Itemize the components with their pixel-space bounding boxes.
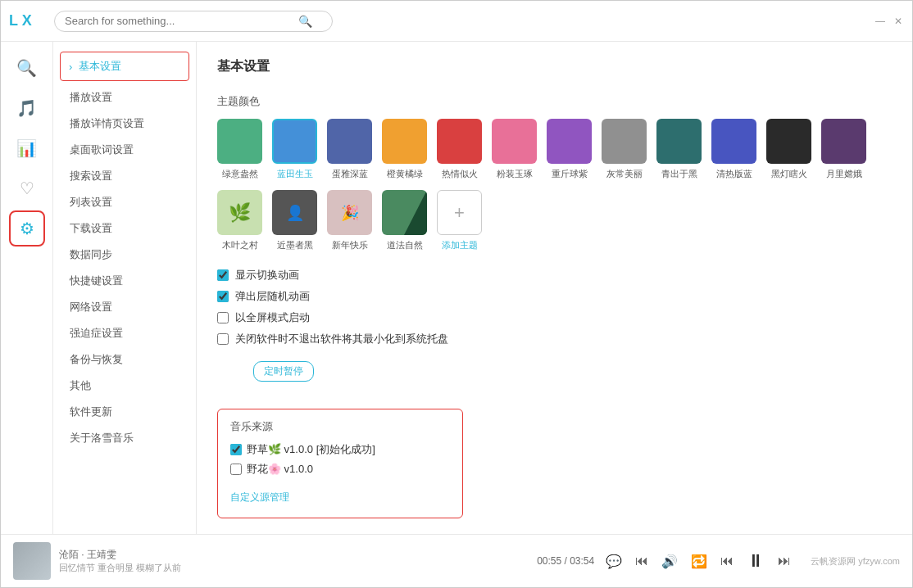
close-button[interactable]: ✕ (893, 16, 904, 27)
app-window: L X 🔍 — ✕ 🔍 🎵 📊 ♡ ⚙ (0, 0, 913, 588)
theme-label-add: 添加主题 (442, 239, 478, 251)
search-input[interactable] (65, 15, 294, 27)
theme-label-dark-green: 青出于黑 (661, 168, 697, 180)
theme-swatch-violet (821, 119, 866, 164)
theme-label-blue-field: 蓝田生玉 (277, 168, 313, 180)
settings-sidebar: › 基本设置 播放设置 播放详情页设置 桌面歌词设置 搜索设置 列表设置 下载设… (53, 42, 197, 534)
theme-green[interactable]: 绿意盎然 (217, 119, 262, 180)
theme-violet[interactable]: 月里嫦娥 (821, 119, 866, 180)
category-update[interactable]: 软件更新 (53, 399, 196, 425)
theme-label-green: 绿意盎然 (222, 168, 258, 180)
title-bar: L X 🔍 — ✕ (1, 1, 912, 42)
theme-gray[interactable]: 灰常美丽 (602, 119, 647, 180)
custom-source-button[interactable]: 自定义源管理 (230, 487, 289, 508)
theme-pink[interactable]: 粉装玉琢 (492, 119, 537, 180)
theme-new-year[interactable]: 🎉 新年快乐 (327, 190, 372, 251)
checkbox-fullscreen-input[interactable] (217, 312, 229, 323)
theme-swatch-dark (766, 119, 811, 164)
nav-favorite[interactable]: ♡ (9, 170, 45, 206)
player-controls: 💬 ⏮ 🔊 🔁 ⏮ ⏸ ⏭ (602, 547, 794, 575)
timed-pause-area: 定时暂停 (235, 353, 892, 396)
theme-section-label: 主题颜色 (217, 94, 892, 109)
nav-settings[interactable]: ⚙ (9, 210, 45, 247)
theme-add-swatch[interactable]: + (437, 190, 482, 235)
theme-dark[interactable]: 黑灯瞎火 (766, 119, 811, 180)
like-button[interactable]: 💬 (602, 550, 625, 572)
theme-nature[interactable]: 🌿 木叶之村 (217, 190, 262, 251)
theme-label-pink: 粉装玉琢 (497, 168, 533, 180)
expand-icon: › (69, 61, 72, 73)
theme-swatch-dao (382, 190, 427, 235)
theme-indigo[interactable]: 清热版蓝 (711, 119, 756, 180)
music-source-title: 音乐来源 (230, 419, 450, 434)
category-desktop-lyrics[interactable]: 桌面歌词设置 (53, 137, 196, 163)
theme-label-red: 热情似火 (442, 168, 478, 180)
category-other[interactable]: 其他 (53, 373, 196, 399)
category-search[interactable]: 搜索设置 (53, 163, 196, 189)
app-logo: L X (9, 12, 42, 29)
nav-chart[interactable]: 📊 (9, 130, 45, 166)
search-nav-icon: 🔍 (16, 58, 37, 78)
category-basic[interactable]: › 基本设置 (60, 52, 189, 81)
settings-nav-icon: ⚙ (20, 219, 34, 238)
theme-swatch-red (437, 119, 482, 164)
panel-title: 基本设置 (217, 58, 892, 82)
album-art (13, 542, 51, 580)
timed-pause-button[interactable]: 定时暂停 (253, 361, 314, 382)
album-thumbnail (13, 542, 51, 580)
theme-dark-green[interactable]: 青出于黑 (656, 119, 702, 180)
play-pause-button[interactable]: ⏸ (743, 547, 768, 575)
checkbox-fullscreen: 以全屏模式启动 (217, 310, 892, 325)
theme-deep-blue[interactable]: 蛋雅深蓝 (327, 119, 372, 180)
theme-swatch-dark-green (656, 119, 702, 164)
nav-search[interactable]: 🔍 (9, 50, 45, 86)
search-box[interactable]: 🔍 (54, 11, 333, 32)
nav-music[interactable]: 🎵 (9, 90, 45, 126)
theme-purple[interactable]: 重斤球紫 (547, 119, 592, 180)
category-download[interactable]: 下载设置 (53, 215, 196, 242)
theme-orange[interactable]: 橙黄橘绿 (382, 119, 427, 180)
category-ocd[interactable]: 强迫症设置 (53, 320, 196, 346)
theme-swatch-indigo (711, 119, 756, 164)
theme-red[interactable]: 热情似火 (437, 119, 482, 180)
search-icon: 🔍 (298, 15, 312, 28)
time-display: 00:55 / 03:54 (537, 555, 594, 567)
source-yehua-checkbox[interactable] (230, 464, 242, 475)
theme-label-purple: 重斤球紫 (552, 168, 588, 180)
volume-button[interactable]: 🔊 (658, 550, 681, 572)
checkbox-close-minimize-input[interactable] (217, 333, 229, 345)
music-source-box: 音乐来源 野草🌿 v1.0.0 [初始化成功] 野花🌸 v1.0.0 自定义源管… (217, 409, 463, 518)
category-playback[interactable]: 播放设置 (53, 84, 196, 111)
category-about[interactable]: 关于洛雪音乐 (53, 425, 196, 451)
theme-dark2[interactable]: 👤 近墨者黑 (272, 190, 317, 251)
theme-swatch-green (217, 119, 262, 164)
category-list[interactable]: 列表设置 (53, 189, 196, 215)
category-data-sync[interactable]: 数据同步 (53, 242, 196, 268)
skip-next-button[interactable]: ⏭ (774, 550, 794, 572)
source-yecao-checkbox[interactable] (230, 444, 242, 455)
theme-label-nature: 木叶之村 (222, 239, 258, 251)
category-shortcuts[interactable]: 快捷键设置 (53, 268, 196, 294)
category-lyrics-page[interactable]: 播放详情页设置 (53, 111, 196, 137)
heart-nav-icon: ♡ (20, 179, 34, 198)
source-yehua-label: 野花🌸 v1.0.0 (247, 462, 313, 477)
minimize-button[interactable]: — (874, 16, 886, 27)
theme-swatch-pink (492, 119, 537, 164)
source-yecao-label: 野草🌿 v1.0.0 [初始化成功] (247, 442, 375, 457)
theme-swatch-gray (602, 119, 647, 164)
prev-track-button[interactable]: ⏮ (632, 550, 652, 572)
music-nav-icon: 🎵 (16, 98, 37, 118)
checkbox-popup-anim-input[interactable] (217, 291, 229, 302)
checkbox-show-anim-input[interactable] (217, 269, 229, 281)
theme-blue-field[interactable]: 蓝田生玉 (272, 119, 317, 180)
category-basic-label: 基本设置 (79, 59, 121, 74)
category-backup[interactable]: 备份与恢复 (53, 346, 196, 373)
theme-add-item[interactable]: + 添加主题 (437, 190, 482, 251)
category-network[interactable]: 网络设置 (53, 294, 196, 320)
theme-dao[interactable]: 道法自然 (382, 190, 427, 251)
theme-label-dark: 黑灯瞎火 (771, 168, 807, 180)
skip-prev-button[interactable]: ⏮ (717, 550, 737, 572)
repeat-button[interactable]: 🔁 (688, 550, 711, 572)
checkbox-close-minimize: 关闭软件时不退出软件将其最小化到系统托盘 (217, 332, 892, 346)
window-controls: — ✕ (874, 16, 904, 27)
